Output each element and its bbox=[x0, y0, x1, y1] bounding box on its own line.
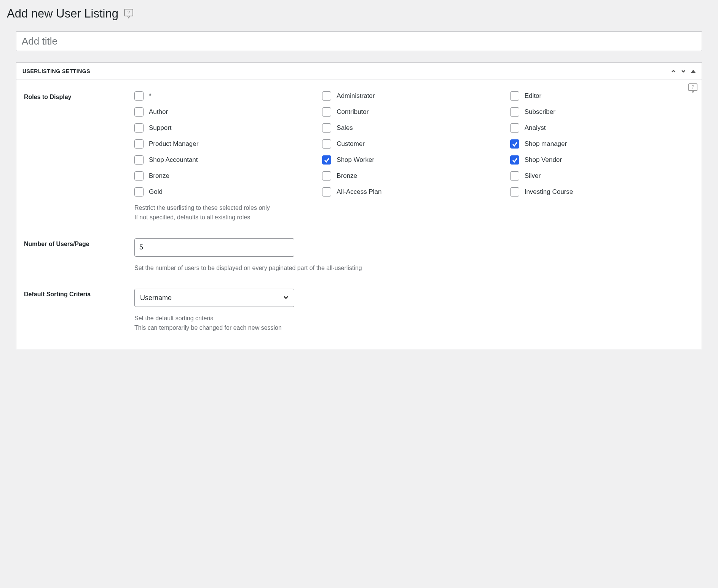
role-item[interactable]: Subscriber bbox=[510, 107, 694, 117]
role-label: Bronze bbox=[337, 172, 357, 180]
role-checkbox[interactable] bbox=[322, 123, 331, 133]
role-item[interactable]: Support bbox=[134, 123, 318, 133]
title-input[interactable] bbox=[16, 31, 702, 51]
users-per-page-label: Number of Users/Page bbox=[24, 238, 134, 248]
role-item[interactable]: Customer bbox=[322, 139, 506, 149]
role-checkbox[interactable] bbox=[510, 91, 519, 101]
collapse-icon[interactable] bbox=[691, 70, 696, 73]
role-label: Support bbox=[149, 124, 172, 132]
role-label: Shop manager bbox=[525, 140, 567, 148]
role-item[interactable]: Shop Vendor bbox=[510, 155, 694, 165]
role-item[interactable]: * bbox=[134, 91, 318, 101]
role-checkbox[interactable] bbox=[134, 155, 144, 165]
role-label: Bronze bbox=[149, 172, 169, 180]
role-checkbox[interactable] bbox=[322, 155, 331, 165]
role-item[interactable]: Silver bbox=[510, 171, 694, 181]
role-checkbox[interactable] bbox=[134, 171, 144, 181]
page-title: Add new User Listing bbox=[7, 7, 118, 21]
role-label: Customer bbox=[337, 140, 365, 148]
role-checkbox[interactable] bbox=[134, 91, 144, 101]
role-item[interactable]: Editor bbox=[510, 91, 694, 101]
default-sort-select[interactable]: Username bbox=[134, 289, 294, 307]
role-checkbox[interactable] bbox=[134, 139, 144, 149]
default-sort-selected: Username bbox=[140, 294, 172, 302]
role-checkbox[interactable] bbox=[322, 139, 331, 149]
role-checkbox[interactable] bbox=[322, 91, 331, 101]
role-item[interactable]: Analyst bbox=[510, 123, 694, 133]
role-item[interactable]: Contributor bbox=[322, 107, 506, 117]
chevron-down-icon[interactable] bbox=[681, 69, 686, 74]
role-checkbox[interactable] bbox=[510, 187, 519, 197]
default-sort-help-1: Set the default sorting criteria bbox=[134, 314, 694, 323]
role-checkbox[interactable] bbox=[322, 171, 331, 181]
role-checkbox[interactable] bbox=[510, 107, 519, 117]
role-label: Gold bbox=[149, 188, 163, 196]
role-label: Administrator bbox=[337, 92, 375, 100]
panel-title: USERLISTING SETTINGS bbox=[22, 68, 90, 74]
chevron-up-icon[interactable] bbox=[671, 69, 676, 74]
roles-help-2: If not specified, defaults to all existi… bbox=[134, 213, 694, 222]
role-checkbox[interactable] bbox=[510, 171, 519, 181]
role-checkbox[interactable] bbox=[134, 187, 144, 197]
role-checkbox[interactable] bbox=[510, 139, 519, 149]
role-item[interactable]: Author bbox=[134, 107, 318, 117]
role-item[interactable]: Sales bbox=[322, 123, 506, 133]
role-label: Shop Worker bbox=[337, 156, 374, 164]
role-item[interactable]: Shop Accountant bbox=[134, 155, 318, 165]
role-label: Contributor bbox=[337, 108, 369, 116]
default-sort-label: Default Sorting Criteria bbox=[24, 289, 134, 298]
role-label: All-Access Plan bbox=[337, 188, 381, 196]
role-label: * bbox=[149, 92, 152, 100]
role-label: Analyst bbox=[525, 124, 546, 132]
role-checkbox[interactable] bbox=[322, 107, 331, 117]
roles-label: Roles to Display bbox=[24, 91, 134, 101]
role-label: Investing Course bbox=[525, 188, 573, 196]
help-icon[interactable]: ? bbox=[124, 9, 134, 18]
users-per-page-input[interactable] bbox=[134, 238, 294, 257]
role-label: Author bbox=[149, 108, 168, 116]
panel-help-icon[interactable]: ? bbox=[688, 84, 698, 93]
userlisting-settings-panel: USERLISTING SETTINGS ? Roles to Display … bbox=[16, 62, 702, 349]
role-label: Shop Vendor bbox=[525, 156, 562, 164]
role-label: Product Manager bbox=[149, 140, 198, 148]
role-item[interactable]: Bronze bbox=[134, 171, 318, 181]
role-item[interactable]: Gold bbox=[134, 187, 318, 197]
role-checkbox[interactable] bbox=[134, 107, 144, 117]
default-sort-help-2: This can temporarily be changed for each… bbox=[134, 323, 694, 333]
role-item[interactable]: Investing Course bbox=[510, 187, 694, 197]
svg-text:?: ? bbox=[128, 10, 130, 15]
role-label: Sales bbox=[337, 124, 353, 132]
role-label: Shop Accountant bbox=[149, 156, 198, 164]
role-label: Subscriber bbox=[525, 108, 555, 116]
role-label: Silver bbox=[525, 172, 541, 180]
panel-header: USERLISTING SETTINGS bbox=[16, 63, 702, 80]
role-item[interactable]: Shop manager bbox=[510, 139, 694, 149]
role-item[interactable]: Administrator bbox=[322, 91, 506, 101]
role-label: Editor bbox=[525, 92, 541, 100]
roles-help-1: Restrict the userlisting to these select… bbox=[134, 203, 694, 213]
role-checkbox[interactable] bbox=[322, 187, 331, 197]
role-checkbox[interactable] bbox=[510, 155, 519, 165]
svg-text:?: ? bbox=[692, 85, 694, 90]
users-per-page-help: Set the number of users to be displayed … bbox=[134, 264, 694, 273]
role-item[interactable]: Product Manager bbox=[134, 139, 318, 149]
role-item[interactable]: All-Access Plan bbox=[322, 187, 506, 197]
role-item[interactable]: Bronze bbox=[322, 171, 506, 181]
role-checkbox[interactable] bbox=[510, 123, 519, 133]
role-checkbox[interactable] bbox=[134, 123, 144, 133]
role-item[interactable]: Shop Worker bbox=[322, 155, 506, 165]
